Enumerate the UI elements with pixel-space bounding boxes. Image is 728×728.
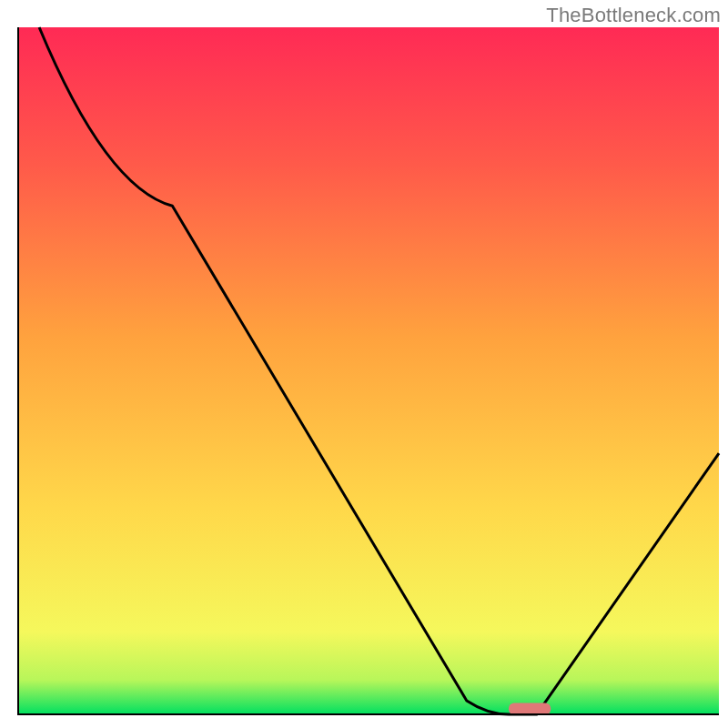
heatmap-background xyxy=(18,27,719,714)
optimal-marker xyxy=(509,703,551,714)
bottleneck-chart xyxy=(0,0,728,728)
